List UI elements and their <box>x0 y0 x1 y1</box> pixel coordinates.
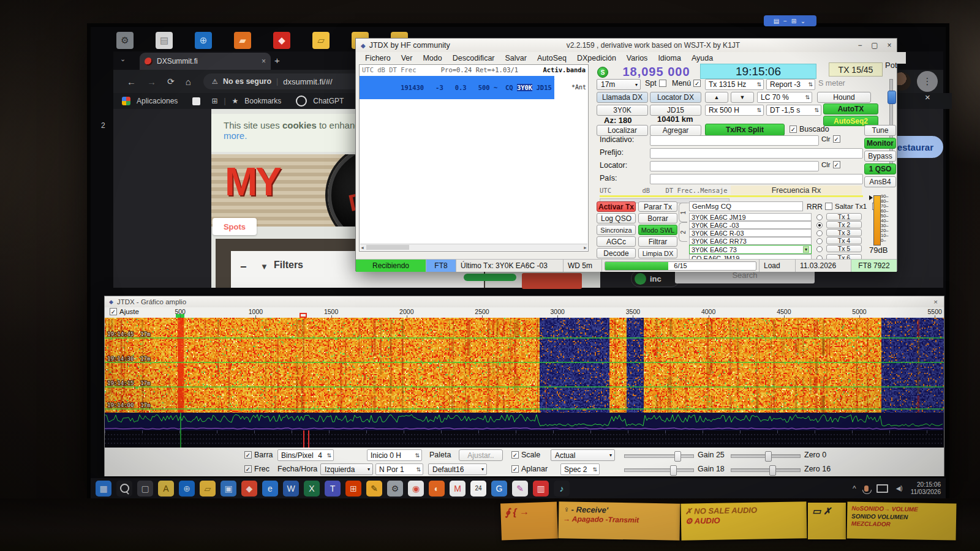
filtrar-button[interactable]: Filtrar <box>638 236 677 247</box>
decode-horizontal-scrollbar[interactable]: ◄► <box>360 244 587 250</box>
apps-label[interactable]: Aplicaciones <box>137 97 178 105</box>
limpia-dx-button[interactable]: Limpia DX <box>638 248 677 258</box>
search-icon[interactable] <box>116 481 132 497</box>
activar-tx-button[interactable]: Activar Tx <box>597 201 636 212</box>
pais-input[interactable] <box>650 174 863 184</box>
page-green-button-fragment[interactable] <box>464 274 516 281</box>
start-button[interactable]: ▦ <box>96 481 111 497</box>
chrome-icon[interactable]: ◉ <box>408 481 424 497</box>
load-label[interactable]: Load <box>760 260 796 272</box>
frec-checkbox[interactable]: Frec <box>244 465 270 473</box>
waterfall-spectrogram[interactable] <box>105 318 944 448</box>
office-icon[interactable]: ⊞ <box>345 481 361 497</box>
menu-salvar[interactable]: Salvar <box>505 54 527 62</box>
desktop-icon-globe-shortcut[interactable]: ⊕ <box>195 32 212 49</box>
maximize-icon[interactable]: ▢ <box>867 40 882 50</box>
tx-button-1[interactable]: Tx 1 <box>826 213 862 220</box>
menu-fichero[interactable]: Fichero <box>365 54 391 62</box>
menu-ver[interactable]: Ver <box>401 54 413 62</box>
popup-close-icon[interactable]: × <box>925 92 930 102</box>
genmsg-field[interactable]: GenMsg CQ <box>689 201 803 211</box>
tx-button-4[interactable]: Tx 4 <box>826 237 862 244</box>
bypass-button[interactable]: Bypass <box>864 151 896 162</box>
globe-app-icon[interactable]: ⊕ <box>179 481 195 497</box>
settings-icon[interactable]: ⚙ <box>387 481 403 497</box>
n-por-spinner[interactable]: N Por 1⇅ <box>375 463 423 475</box>
cookie-more-link[interactable]: more. <box>224 130 247 141</box>
ajuste-checkbox[interactable]: Ajuste <box>110 308 139 315</box>
freq-up-button[interactable]: ▲ <box>705 92 728 103</box>
music-app-icon[interactable]: ♪ <box>554 481 570 497</box>
tab-1-marker[interactable]: 1 <box>679 203 687 222</box>
minimize-icon[interactable]: − <box>853 40 867 50</box>
white-square-bookmark-icon[interactable] <box>192 97 200 105</box>
freq-down-button[interactable]: ▼ <box>731 92 754 103</box>
locator-input[interactable] <box>650 161 819 171</box>
tx-message-4[interactable]: 3Y0K EA6C RR73 <box>689 237 812 245</box>
frequency-display[interactable]: 18,095 000 <box>612 64 701 79</box>
home-icon[interactable]: ⌂ <box>186 77 191 87</box>
desktop-icon-white-card-shortcut[interactable]: ▤ <box>156 32 173 49</box>
rx-freq-spinner[interactable]: Rx 500 H⇅ <box>705 105 764 116</box>
desktop-icon-yellow-folder[interactable]: ▱ <box>312 32 330 49</box>
tx-radio-4[interactable] <box>816 238 823 244</box>
ajustar-button[interactable]: Ajustar.. <box>459 449 503 461</box>
prefijo-input[interactable] <box>650 148 863 159</box>
grid-bookmark-icon[interactable]: ⊞ <box>211 97 217 105</box>
bookmarks-label[interactable]: Bookmarks <box>244 97 281 105</box>
menu-idioma[interactable]: Idioma <box>658 54 681 62</box>
tx-message-2[interactable]: 3Y0K EA6C -03 <box>689 221 812 229</box>
tx-button-2[interactable]: Tx 2 <box>826 221 862 228</box>
gain2-slider[interactable] <box>624 468 694 472</box>
inc-toggle[interactable]: inc <box>631 270 680 287</box>
jtdx-title-bar[interactable]: ◆ JTDX by HF community v2.2.159 , deriva… <box>356 39 897 53</box>
desktop-icon-gear-shortcut[interactable]: ⚙ <box>116 32 134 49</box>
tab-2-marker[interactable]: 2 <box>679 222 687 242</box>
scale-mode-select[interactable]: Actual▾ <box>551 449 615 461</box>
sincroniza-button[interactable]: Sincroniza <box>597 225 636 235</box>
qso-count-button[interactable]: 1 QSO <box>864 163 896 174</box>
tx-freq-spinner[interactable]: Tx 1315 Hz⇅ <box>705 79 764 90</box>
speaker-tray-icon[interactable]: ◀) <box>896 485 903 492</box>
menu-checkbox[interactable]: Menú <box>672 79 701 88</box>
lc-spinner[interactable]: LC 70 %⇅ <box>757 92 812 103</box>
gmail-icon[interactable]: M <box>450 481 466 497</box>
rrr-checkbox[interactable] <box>825 203 832 210</box>
forward-icon[interactable]: → <box>147 77 156 87</box>
llamada-dx-button[interactable]: Llamada DX <box>597 92 648 103</box>
file-explorer-icon[interactable]: ▱ <box>200 481 216 497</box>
tx-radio-1[interactable] <box>816 214 823 220</box>
firefox-icon[interactable]: ◐ <box>429 481 445 497</box>
collapse-minus[interactable]: − <box>240 261 247 274</box>
report-spinner[interactable]: Report -3⇅ <box>766 79 815 90</box>
back-icon[interactable]: ← <box>127 77 136 87</box>
tab-search-chevron-icon[interactable]: ⌄ <box>120 55 126 63</box>
page-red-button-fragment[interactable] <box>522 273 582 289</box>
modo-swl-button[interactable]: Modo SWL <box>638 225 677 235</box>
aplanar-checkbox[interactable]: Aplanar <box>511 465 548 473</box>
tray-clock[interactable]: 20:15:06 11/03/2026 <box>911 481 941 496</box>
palette-select[interactable]: Default16▾ <box>428 463 487 475</box>
monitor-button[interactable]: Monitor <box>864 138 896 149</box>
red-grid-icon[interactable]: ▥ <box>533 481 549 497</box>
red-app-icon[interactable]: ◆ <box>241 481 257 497</box>
menu-varios[interactable]: Varios <box>627 54 648 62</box>
reload-icon[interactable]: ⟳ <box>167 77 175 86</box>
band-select[interactable]: 17m▾ <box>597 79 641 90</box>
word-icon[interactable]: W <box>283 481 299 497</box>
tx-button-5[interactable]: Tx 5 <box>826 245 862 252</box>
agcc-button[interactable]: AGCc <box>597 236 636 247</box>
desktop-icon-orange-app-shortcut[interactable]: ▰ <box>234 32 251 49</box>
tx-radio-5[interactable] <box>816 246 823 252</box>
txrx-split-button[interactable]: Tx/Rx Split <box>705 124 785 136</box>
tx-frequency-marker[interactable] <box>300 313 307 318</box>
browser-menu-dots-icon[interactable]: ⋮ <box>917 71 938 92</box>
tx-radio-3[interactable] <box>816 230 823 236</box>
scale-checkbox[interactable]: Scale <box>511 451 540 459</box>
bins-pixel-spinner[interactable]: Bins/Pixel4⇅ <box>277 449 334 461</box>
menu-autoseq[interactable]: AutoSeq <box>537 54 567 62</box>
paint-icon[interactable]: ✎ <box>512 481 528 497</box>
fecha-position-select[interactable]: Izquierda▾ <box>320 463 373 475</box>
frequency-scale[interactable]: Ajuste 500100015002000250030003500400045… <box>105 307 944 318</box>
pot-slider-thumb[interactable] <box>888 91 896 104</box>
